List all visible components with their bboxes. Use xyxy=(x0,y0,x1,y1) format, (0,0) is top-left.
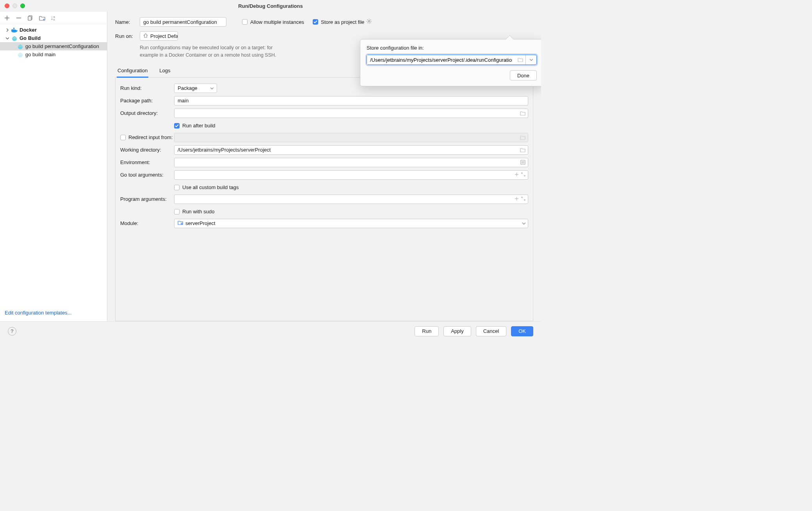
run-after-build-checkbox[interactable]: Run after build xyxy=(174,120,528,132)
working-dir-input[interactable]: /Users/jetbrains/myProjects/serverProjec… xyxy=(174,145,528,155)
run-kind-select[interactable]: Package xyxy=(174,84,217,93)
sidebar-footer: Edit configuration templates... xyxy=(0,307,107,321)
checkbox-icon xyxy=(242,19,248,25)
module-select[interactable]: serverProject xyxy=(174,219,528,228)
tab-configuration[interactable]: Configuration xyxy=(117,65,148,78)
popover-path-input[interactable] xyxy=(367,55,515,64)
edit-templates-link[interactable]: Edit configuration templates... xyxy=(5,310,71,316)
ok-button[interactable]: OK xyxy=(511,326,533,336)
tree-node-docker[interactable]: Docker xyxy=(0,26,107,34)
svg-point-16 xyxy=(21,46,21,46)
done-button[interactable]: Done xyxy=(510,70,537,80)
folder-icon[interactable] xyxy=(515,57,525,62)
svg-point-11 xyxy=(15,38,16,38)
run-with-sudo-checkbox[interactable]: Run with sudo xyxy=(174,206,528,218)
svg-point-20 xyxy=(19,54,20,54)
chevron-down-icon xyxy=(522,222,525,225)
allow-multiple-label: Allow multiple instances xyxy=(250,19,304,25)
module-value: serverProject xyxy=(185,220,215,226)
tree-label: go build main xyxy=(25,52,55,57)
run-after-build-label: Run after build xyxy=(182,123,215,129)
tree-label: Go Build xyxy=(20,35,41,41)
tree-node-gobuild[interactable]: Go Build xyxy=(0,34,107,42)
list-icon[interactable] xyxy=(520,160,525,165)
config-form: Run kind: Package Package path: main xyxy=(115,78,533,322)
store-settings-gear-icon[interactable] xyxy=(366,18,372,25)
store-path-popover: Store configuration file in: Done xyxy=(360,39,541,86)
svg-point-17 xyxy=(18,53,23,57)
environment-label: Environment: xyxy=(120,159,174,165)
folder-icon[interactable] xyxy=(520,148,525,152)
copy-config-icon[interactable] xyxy=(27,15,34,21)
working-dir-label: Working directory: xyxy=(120,147,174,153)
go-args-input[interactable] xyxy=(174,170,528,180)
sort-alpha-icon[interactable]: az xyxy=(51,15,57,21)
apply-button[interactable]: Apply xyxy=(443,326,471,336)
dialog-button-bar: ? Run Apply Cancel OK xyxy=(0,321,541,341)
name-input[interactable]: go build permanentConfiguration xyxy=(140,17,226,27)
tree-node-go-permanent[interactable]: go build permanentConfiguration xyxy=(0,42,107,50)
use-custom-tags-checkbox[interactable]: Use all custom build tags xyxy=(174,182,528,193)
chevron-down-icon xyxy=(210,85,214,91)
expand-icon[interactable] xyxy=(521,196,525,202)
window-title: Run/Debug Configurations xyxy=(0,3,541,9)
popover-path-field[interactable] xyxy=(367,55,537,65)
redirect-input-checkbox[interactable]: Redirect input from: xyxy=(120,134,174,140)
store-as-project-checkbox[interactable]: Store as project file xyxy=(313,19,364,25)
folder-icon[interactable] xyxy=(520,111,525,116)
run-with-sudo-label: Run with sudo xyxy=(182,209,214,214)
run-on-select[interactable]: Project Defa xyxy=(140,31,178,41)
help-button[interactable]: ? xyxy=(8,327,16,336)
checkbox-icon xyxy=(174,185,180,190)
tab-logs[interactable]: Logs xyxy=(158,65,171,77)
working-dir-value: /Users/jetbrains/myProjects/serverProjec… xyxy=(178,147,271,153)
allow-multiple-checkbox[interactable]: Allow multiple instances xyxy=(242,19,304,25)
gopher-icon xyxy=(17,43,23,50)
folder-add-icon[interactable] xyxy=(39,15,45,21)
folder-icon xyxy=(520,135,525,140)
expand-icon[interactable] xyxy=(521,172,525,178)
environment-input[interactable] xyxy=(174,158,528,167)
run-debug-config-window: Run/Debug Configurations az xyxy=(0,0,541,341)
popover-title: Store configuration file in: xyxy=(367,45,537,51)
gopher-icon-dim xyxy=(17,52,23,58)
package-path-input[interactable]: main xyxy=(174,96,528,105)
store-as-project-label: Store as project file xyxy=(321,19,364,25)
config-sidebar: az Docker xyxy=(0,12,107,321)
tree-label: Docker xyxy=(20,27,37,33)
expand-icon[interactable] xyxy=(5,28,9,32)
collapse-icon[interactable] xyxy=(5,36,9,40)
svg-rect-6 xyxy=(13,28,14,29)
go-args-label: Go tool arguments: xyxy=(120,172,174,178)
plus-icon[interactable] xyxy=(515,172,519,178)
svg-point-21 xyxy=(21,54,21,54)
plus-icon[interactable] xyxy=(515,196,519,202)
svg-point-10 xyxy=(13,38,14,38)
config-tree: Docker Go Build go build permanentCon xyxy=(0,24,107,307)
module-icon xyxy=(178,220,183,226)
module-label: Module: xyxy=(120,220,174,226)
checkbox-icon xyxy=(174,209,180,214)
gopher-icon xyxy=(11,35,18,41)
history-dropdown-icon[interactable] xyxy=(525,55,536,64)
svg-text:a: a xyxy=(53,16,55,18)
output-dir-input[interactable] xyxy=(174,109,528,118)
name-input-value: go build permanentConfiguration xyxy=(143,19,217,25)
tree-label: go build permanentConfiguration xyxy=(25,43,99,49)
add-config-icon[interactable] xyxy=(4,15,10,21)
prog-args-input[interactable] xyxy=(174,195,528,204)
remove-config-icon[interactable] xyxy=(16,15,22,21)
config-content: Name: go build permanentConfiguration Al… xyxy=(107,12,541,321)
svg-point-22 xyxy=(369,20,370,22)
tree-node-go-main[interactable]: go build main xyxy=(0,50,107,59)
svg-point-7 xyxy=(12,36,17,41)
package-path-label: Package path: xyxy=(120,98,174,104)
svg-rect-1 xyxy=(28,16,31,20)
run-on-help-text: Run configurations may be executed local… xyxy=(140,44,288,59)
run-button[interactable]: Run xyxy=(415,326,439,336)
redirect-input-field xyxy=(174,133,528,142)
svg-point-12 xyxy=(18,45,23,49)
cancel-button[interactable]: Cancel xyxy=(476,326,506,336)
redirect-input-label: Redirect input from: xyxy=(128,134,173,140)
svg-rect-24 xyxy=(181,223,183,225)
